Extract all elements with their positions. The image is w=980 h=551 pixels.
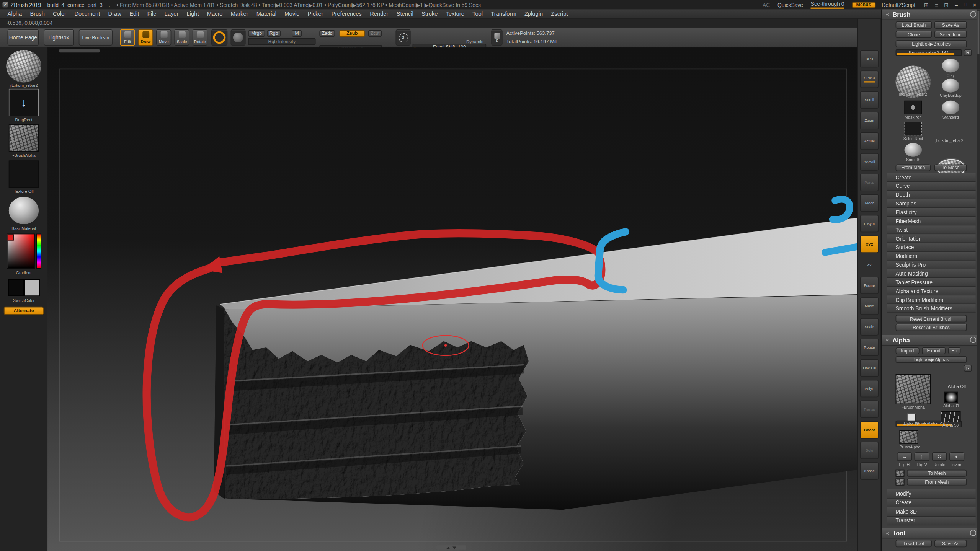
save-brush-button[interactable]: Save As (934, 21, 967, 29)
ghost-button[interactable]: Ghost (860, 421, 879, 439)
alpha-r-toggle[interactable]: R (964, 365, 972, 372)
palette-section-item[interactable]: Samples (887, 199, 976, 208)
close-icon[interactable]: × (973, 2, 976, 8)
load-brush-button[interactable]: Load Brush (896, 21, 932, 29)
menu-item[interactable]: Picker (308, 11, 323, 17)
menu-item[interactable]: Preferences (332, 11, 362, 17)
palette-section-item[interactable]: Modify (887, 489, 976, 498)
menu-item[interactable]: Movie (284, 11, 299, 17)
palette-section-item[interactable]: Tablet Pressure (887, 278, 976, 287)
brush-thumb-selectrect[interactable] (904, 122, 922, 135)
draw-button[interactable]: Draw (138, 29, 153, 46)
xpose-button[interactable]: Xpose (860, 462, 879, 480)
panel-scrollbar[interactable] (977, 9, 980, 551)
brush-stroke-preview[interactable] (211, 29, 227, 46)
panels-icon[interactable]: ≡ (935, 2, 938, 8)
alpha-flip-h-button[interactable]: ↔ (897, 452, 912, 461)
move-button[interactable]: Move (860, 297, 879, 315)
menu-item[interactable]: Brush (30, 11, 44, 17)
dynamic-label[interactable]: Dynamic (466, 39, 483, 44)
load-tool-button[interactable]: Load Tool (896, 540, 932, 548)
menu-item[interactable]: Edit (129, 11, 139, 17)
bpr-button[interactable]: BPR (860, 50, 879, 68)
brush-thumb-smooth[interactable] (904, 143, 922, 157)
palette-menu-icon[interactable] (970, 530, 976, 536)
menu-item[interactable]: Texture (446, 11, 464, 17)
zsub-button[interactable]: Zsub (340, 30, 365, 37)
alpha-ep-button[interactable]: Ep (948, 347, 961, 354)
alpha-to-mesh-button[interactable]: To Mesh (907, 470, 967, 477)
current-material-thumb[interactable] (9, 197, 39, 224)
clone-brush-button[interactable]: Clone (896, 31, 932, 38)
brush-from-mesh-button[interactable]: From Mesh (896, 164, 931, 171)
menu-item[interactable]: Stencil (397, 11, 413, 17)
palette-menu-icon[interactable] (970, 11, 976, 17)
brush-thumb-standard[interactable] (942, 101, 959, 114)
menu-item[interactable]: Stroke (421, 11, 438, 17)
menu-item[interactable]: File (147, 11, 157, 17)
palette-section-item[interactable]: Smooth Brush Modifiers (887, 304, 976, 313)
menu-item[interactable]: Macro (207, 11, 223, 17)
panel-scrollbar-thumb[interactable] (977, 11, 979, 54)
fov-value[interactable]: 42 (860, 256, 879, 274)
edit-button[interactable]: Edit (120, 29, 135, 46)
palette-section-item[interactable]: Transfer (887, 516, 976, 525)
brush-r-toggle[interactable]: R (964, 49, 972, 56)
palette-section-item[interactable]: Auto Masking (887, 269, 976, 278)
palette-section-item[interactable]: Depth (887, 191, 976, 199)
palette-section-item[interactable]: Modifiers (887, 252, 976, 261)
zoom-button[interactable]: Zoom (860, 112, 879, 129)
reset-current-brush-button[interactable]: Reset Current Brush (896, 315, 967, 323)
home-page-button[interactable]: Home Page (8, 29, 39, 46)
menus-button[interactable]: Menus (852, 2, 875, 8)
scale-button[interactable]: Scale (175, 29, 189, 46)
alpha-flip-v-button[interactable]: ↕ (915, 452, 929, 461)
m-button[interactable]: M (292, 30, 302, 37)
brush-to-mesh-button[interactable]: To Mesh (934, 164, 967, 171)
stroke-circle-icon[interactable]: S (395, 29, 410, 46)
select-icon-button[interactable]: SelectIcon (934, 31, 967, 38)
alpha-thumb-selected-large[interactable] (896, 374, 931, 404)
transp-button[interactable]: Transp (860, 401, 879, 418)
palette-section-item[interactable]: Create (887, 173, 976, 182)
hue-bar[interactable] (36, 234, 41, 269)
aahalf-button[interactable]: AAHalf (860, 153, 879, 171)
alpha-thumb-01[interactable] (944, 392, 958, 403)
maximize-icon[interactable]: □ (964, 2, 967, 8)
spix-slider[interactable]: SPix 3 (860, 70, 879, 88)
current-texture-thumb[interactable] (9, 161, 39, 188)
menu-item[interactable]: Light (187, 11, 199, 17)
lightbox-brushes-button[interactable]: Lightbox▶Brushes (896, 40, 967, 47)
lightbox-button[interactable]: LightBox (44, 29, 74, 46)
palette-section-item[interactable]: Make 3D (887, 507, 976, 517)
brush-palette-header[interactable]: « Brush (882, 9, 980, 20)
collapse-icon[interactable]: « (885, 530, 889, 536)
canvas-area[interactable] (47, 47, 858, 551)
current-alpha-thumb[interactable] (9, 124, 39, 152)
collapse-icon[interactable]: « (885, 11, 889, 17)
palette-section-item[interactable]: Create (887, 498, 976, 507)
secondary-color-swatch[interactable] (24, 279, 40, 296)
dock-icon[interactable]: ⊡ (944, 2, 949, 8)
model-viewport[interactable] (47, 47, 858, 551)
palette-section-item[interactable]: Elasticity (887, 208, 976, 217)
lazy-mouse-icon[interactable]: S (491, 29, 502, 46)
see-through-slider[interactable]: See-through 0 (811, 1, 844, 9)
menu-item[interactable]: Draw (108, 11, 121, 17)
brush-thumb-clay[interactable] (942, 59, 959, 72)
scale-button[interactable]: Scale (860, 318, 879, 336)
alpha-thumb-brushalpha2[interactable] (899, 430, 918, 444)
mrgb-button[interactable]: Mrgb (248, 30, 265, 37)
alpha-palette-header[interactable]: « Alpha (882, 335, 980, 346)
minimize-icon[interactable]: – (955, 2, 958, 8)
menu-item[interactable]: Material (256, 11, 276, 17)
alpha-thumb-28[interactable] (907, 414, 916, 421)
menu-item[interactable]: Zplugin (524, 11, 543, 17)
alpha-thumb-58[interactable] (941, 411, 960, 422)
menu-item[interactable]: Render (370, 11, 388, 17)
alpha-invert-button[interactable]: ◐ (949, 452, 964, 461)
brush-item-slider[interactable]: jltcrkdm_rebar2. 142 (896, 49, 962, 56)
zcut-button[interactable]: Zcut (368, 30, 382, 37)
solo-button[interactable]: Solo (860, 442, 879, 459)
brush-thumb-maskpen[interactable] (904, 101, 922, 114)
